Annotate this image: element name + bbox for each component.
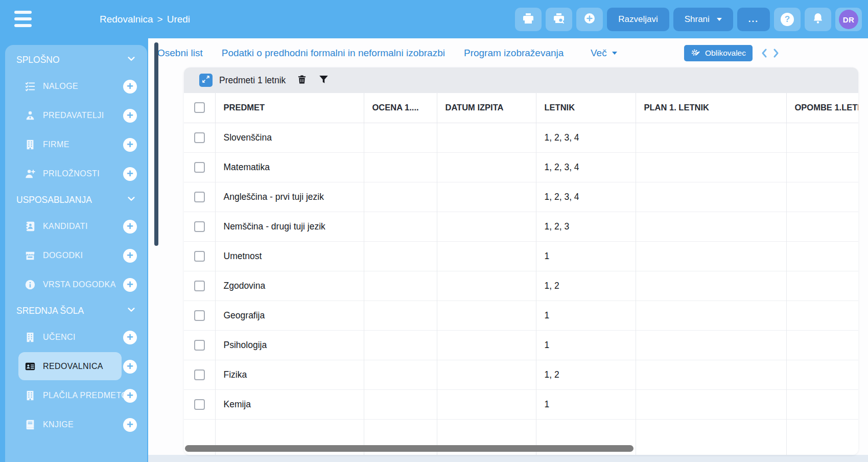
cell-letnik[interactable]: 1, 2, 3, 4: [536, 152, 636, 182]
chevron-left-icon[interactable]: [761, 48, 768, 58]
sidebar-item-naloge[interactable]: NALOGE +: [5, 72, 147, 101]
cell-ocena[interactable]: [364, 301, 437, 330]
cell-predmet[interactable]: Nemščina - drugi tuji jezik: [215, 212, 364, 241]
cell-plan[interactable]: [636, 212, 786, 241]
cell-plan[interactable]: [636, 389, 786, 419]
designer-button[interactable]: Oblikovalec: [684, 45, 753, 61]
chevron-down-icon[interactable]: [717, 18, 722, 21]
cell-predmet[interactable]: Kemija: [215, 389, 364, 419]
menu-icon[interactable]: [14, 11, 32, 27]
cell-letnik[interactable]: 1, 2, 3, 4: [536, 123, 636, 152]
cell-opombe[interactable]: [786, 330, 858, 360]
sidebar-section-splosno[interactable]: SPLOŠNO: [5, 48, 147, 72]
cell-datum-izpita[interactable]: [437, 389, 536, 419]
cell-datum-izpita[interactable]: [437, 301, 536, 330]
add-ucenci-button[interactable]: +: [123, 331, 137, 344]
sidebar-item-ucenci[interactable]: UČENCI +: [5, 322, 147, 352]
print-button[interactable]: [515, 8, 542, 31]
cell-datum-izpita[interactable]: [437, 182, 536, 212]
cell-ocena[interactable]: [364, 271, 437, 301]
cell-opombe[interactable]: [786, 123, 858, 152]
cell-opombe[interactable]: [786, 212, 858, 241]
cell-opombe[interactable]: [786, 301, 858, 330]
sidebar-item-firme[interactable]: FIRME +: [5, 130, 147, 159]
cell-letnik[interactable]: 1, 2: [536, 360, 636, 389]
cell-letnik[interactable]: 1: [536, 330, 636, 360]
cell-letnik[interactable]: 1: [536, 241, 636, 271]
add-placila-button[interactable]: +: [123, 389, 137, 403]
record-tab[interactable]: Podatki o predhodni formalni in neformal…: [222, 48, 445, 59]
sidebar-item-redovalnica[interactable]: REDOVALNICA +: [5, 352, 147, 381]
cell-opombe[interactable]: [786, 360, 858, 389]
row-checkbox[interactable]: [194, 192, 205, 202]
more-actions-button[interactable]: ...: [737, 8, 770, 31]
cell-plan[interactable]: [636, 330, 786, 360]
record-tab[interactable]: Osebni list: [157, 48, 203, 59]
cell-predmet[interactable]: Slovenščina: [215, 123, 364, 152]
cell-datum-izpita[interactable]: [437, 152, 536, 182]
cell-predmet[interactable]: Psihologija: [215, 330, 364, 360]
cell-opombe[interactable]: [786, 271, 858, 301]
cell-ocena[interactable]: [364, 389, 437, 419]
row-checkbox[interactable]: [194, 251, 205, 262]
cell-predmet[interactable]: Angleščina - prvi tuji jezik: [215, 182, 364, 212]
cell-datum-izpita[interactable]: [437, 123, 536, 152]
print-preview-button[interactable]: [546, 8, 572, 31]
row-checkbox[interactable]: [194, 310, 205, 321]
row-checkbox[interactable]: [194, 340, 205, 351]
cell-datum-izpita[interactable]: [437, 360, 536, 389]
sidebar-item-predavatelji[interactable]: PREDAVATELJI +: [5, 101, 147, 130]
cell-ocena[interactable]: [364, 330, 437, 360]
cell-letnik[interactable]: 1, 2, 3, 4: [536, 182, 636, 212]
cell-predmet[interactable]: Fizika: [215, 360, 364, 389]
add-knjige-button[interactable]: +: [123, 418, 137, 432]
row-checkbox[interactable]: [194, 132, 205, 143]
cell-ocena[interactable]: [364, 212, 437, 241]
row-checkbox[interactable]: [194, 162, 205, 173]
cell-ocena[interactable]: [364, 123, 437, 152]
cell-predmet[interactable]: Zgodovina: [215, 271, 364, 301]
delete-rows-button[interactable]: [297, 74, 307, 87]
expand-grid-button[interactable]: [199, 74, 213, 87]
add-button[interactable]: [576, 8, 603, 31]
cell-opombe[interactable]: [786, 182, 858, 212]
cell-opombe[interactable]: [786, 241, 858, 271]
row-checkbox[interactable]: [194, 281, 205, 291]
cell-letnik[interactable]: 1, 2: [536, 271, 636, 301]
cell-letnik[interactable]: 1, 2, 3: [536, 212, 636, 241]
row-checkbox[interactable]: [194, 399, 205, 410]
sidebar-section-usposabljanja[interactable]: USPOSABLJANJA: [5, 188, 147, 212]
undo-button[interactable]: Razveljavi: [607, 8, 669, 31]
cell-ocena[interactable]: [364, 241, 437, 271]
vertical-scrollbar[interactable]: [154, 42, 158, 246]
notifications-button[interactable]: [805, 8, 831, 31]
chevron-right-icon[interactable]: [772, 48, 780, 58]
select-all-checkbox[interactable]: [194, 102, 205, 113]
sidebar-item-placila-predmetov[interactable]: PLAČILA PREDMETO +: [5, 381, 147, 410]
cell-opombe[interactable]: [786, 389, 858, 419]
add-kandidati-button[interactable]: +: [123, 220, 137, 234]
cell-predmet[interactable]: Umetnost: [215, 241, 364, 271]
cell-plan[interactable]: [636, 360, 786, 389]
cell-opombe[interactable]: [786, 152, 858, 182]
row-checkbox[interactable]: [194, 369, 205, 380]
cell-plan[interactable]: [636, 271, 786, 301]
cell-datum-izpita[interactable]: [437, 241, 536, 271]
sidebar-item-kandidati[interactable]: KANDIDATI +: [5, 212, 147, 241]
filter-button[interactable]: [318, 74, 329, 87]
sidebar-section-srednja-sola[interactable]: SREDNJA ŠOLA: [5, 299, 147, 322]
cell-datum-izpita[interactable]: [437, 212, 536, 241]
save-split-button[interactable]: Shrani: [673, 8, 733, 31]
cell-datum-izpita[interactable]: [437, 330, 536, 360]
horizontal-scrollbar[interactable]: [185, 445, 634, 452]
add-firme-button[interactable]: +: [123, 138, 137, 152]
sidebar-item-priloznosti[interactable]: PRILOŽNOSTI +: [5, 159, 147, 188]
sidebar-item-vrsta-dogodka[interactable]: VRSTA DOGODKA +: [5, 270, 147, 299]
add-vrsta-dogodka-button[interactable]: +: [123, 278, 137, 292]
cell-predmet[interactable]: Matematika: [215, 152, 364, 182]
cell-plan[interactable]: [636, 123, 786, 152]
help-button[interactable]: ?: [774, 8, 801, 31]
breadcrumb-root[interactable]: Redovalnica: [100, 14, 153, 25]
cell-letnik[interactable]: 1: [536, 389, 636, 419]
cell-plan[interactable]: [636, 152, 786, 182]
